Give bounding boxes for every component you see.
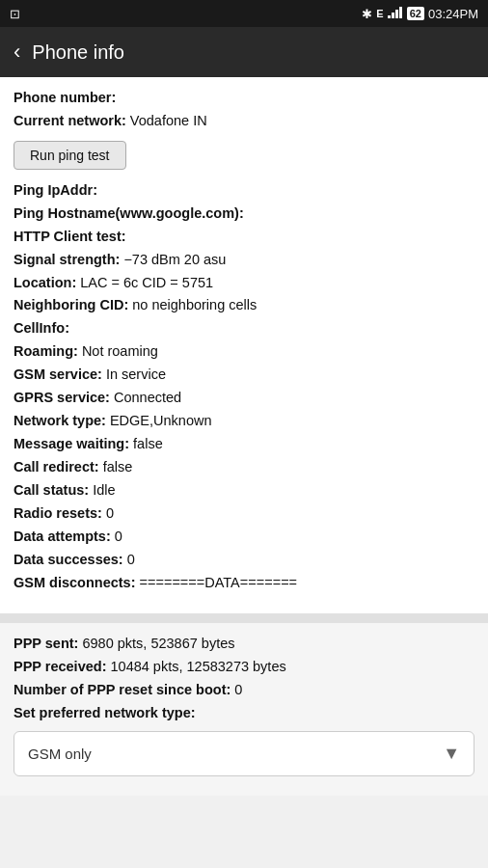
screenshot-icon: ⊡ bbox=[10, 7, 20, 21]
svg-rect-3 bbox=[399, 7, 402, 18]
info-label: CellInfo: bbox=[14, 320, 69, 336]
info-value: EDGE,Unknown bbox=[106, 413, 212, 428]
signal-icon bbox=[388, 7, 403, 21]
info-line: Neighboring CID: no neighboring cells bbox=[14, 294, 474, 317]
info-label: Message waiting: bbox=[14, 436, 129, 451]
status-right: ✱ E 62 03:24PM bbox=[362, 7, 478, 21]
info-label: Neighboring CID: bbox=[14, 297, 128, 312]
info-value: −73 dBm 20 asu bbox=[120, 252, 226, 267]
info-line: Ping Hostname(www.google.com): bbox=[14, 203, 474, 226]
bottom-info-value: 10484 pkts, 12583273 bytes bbox=[106, 659, 285, 674]
page-title: Phone info bbox=[32, 41, 124, 64]
bottom-info-line: Number of PPP reset since boot: 0 bbox=[14, 679, 474, 702]
status-left: ⊡ bbox=[10, 7, 20, 21]
bottom-lines: PPP sent: 6980 pkts, 523867 bytesPPP rec… bbox=[14, 633, 474, 725]
info-value: Not roaming bbox=[78, 343, 158, 359]
info-line: Data successes: 0 bbox=[14, 549, 474, 572]
info-label: GSM disconnects: bbox=[14, 575, 136, 590]
bottom-info-value: 0 bbox=[230, 682, 242, 697]
info-line: Call redirect: false bbox=[14, 456, 474, 479]
info-value: ========DATA======= bbox=[136, 575, 298, 590]
info-value: Idle bbox=[89, 482, 115, 498]
info-line: Data attempts: 0 bbox=[14, 526, 474, 549]
bottom-info-line: PPP sent: 6980 pkts, 523867 bytes bbox=[14, 633, 474, 656]
info-line: GSM service: In service bbox=[14, 364, 474, 387]
info-label: Signal strength: bbox=[14, 252, 120, 267]
info-label: GSM service: bbox=[14, 366, 102, 382]
bottom-info-line: PPP received: 10484 pkts, 12583273 bytes bbox=[14, 656, 474, 679]
title-bar: ‹ Phone info bbox=[0, 27, 488, 77]
info-label: Radio resets: bbox=[14, 505, 102, 521]
info-label: Data successes: bbox=[14, 552, 123, 567]
info-value: false bbox=[99, 459, 133, 475]
phone-number-label: Phone number: bbox=[14, 90, 116, 105]
battery-icon: 62 bbox=[407, 7, 424, 20]
bottom-info-label: Number of PPP reset since boot: bbox=[14, 682, 230, 697]
dropdown-selected-value: GSM only bbox=[28, 746, 92, 762]
info-line: Call status: Idle bbox=[14, 479, 474, 502]
main-content: Phone number: Current network: Vodafone … bbox=[0, 77, 488, 613]
svg-rect-1 bbox=[392, 13, 394, 18]
info-value: LAC = 6c CID = 5751 bbox=[76, 275, 213, 290]
info-line: Message waiting: false bbox=[14, 433, 474, 456]
info-label: Network type: bbox=[14, 413, 106, 428]
info-value: Connected bbox=[110, 390, 181, 405]
info-line: Radio resets: 0 bbox=[14, 502, 474, 526]
bottom-content: PPP sent: 6980 pkts, 523867 bytesPPP rec… bbox=[0, 623, 488, 796]
back-button[interactable]: ‹ bbox=[14, 40, 20, 65]
info-label: Data attempts: bbox=[14, 529, 111, 544]
info-value: 0 bbox=[123, 552, 135, 567]
info-label: HTTP Client test: bbox=[14, 229, 126, 244]
current-network-value-text: Vodafone IN bbox=[130, 113, 207, 128]
svg-rect-2 bbox=[395, 10, 398, 18]
info-line: Location: LAC = 6c CID = 5751 bbox=[14, 272, 474, 295]
time: 03:24PM bbox=[428, 7, 478, 21]
bottom-info-label: Set preferred network type: bbox=[14, 705, 196, 720]
info-label: Ping IpAddr: bbox=[14, 182, 97, 198]
info-label: Roaming: bbox=[14, 343, 78, 359]
info-line: Ping IpAddr: bbox=[14, 179, 474, 203]
info-label: Call redirect: bbox=[14, 459, 99, 475]
info-line: Signal strength: −73 dBm 20 asu bbox=[14, 249, 474, 272]
edge-icon: E bbox=[376, 8, 383, 19]
chevron-down-icon: ▼ bbox=[443, 744, 460, 764]
current-network-line: Current network: Vodafone IN bbox=[14, 110, 474, 133]
info-value: 0 bbox=[111, 529, 122, 544]
bluetooth-icon: ✱ bbox=[362, 7, 372, 21]
network-type-dropdown[interactable]: GSM only ▼ bbox=[14, 731, 474, 776]
bottom-info-label: PPP sent: bbox=[14, 636, 78, 651]
current-network-label: Current network: bbox=[14, 113, 126, 128]
info-label: Location: bbox=[14, 275, 76, 290]
bottom-info-label: PPP received: bbox=[14, 659, 106, 674]
status-bar: ⊡ ✱ E 62 03:24PM bbox=[0, 0, 488, 27]
run-ping-test-button[interactable]: Run ping test bbox=[14, 141, 126, 170]
phone-number-line: Phone number: bbox=[14, 87, 474, 110]
info-label: Ping Hostname(www.google.com): bbox=[14, 205, 244, 221]
info-label: GPRS service: bbox=[14, 390, 110, 405]
info-value: In service bbox=[102, 366, 166, 382]
info-line: Roaming: Not roaming bbox=[14, 340, 474, 364]
info-value: false bbox=[129, 436, 163, 451]
info-label: Call status: bbox=[14, 482, 89, 498]
info-line: GPRS service: Connected bbox=[14, 387, 474, 410]
bottom-info-value: 6980 pkts, 523867 bytes bbox=[78, 636, 234, 651]
info-value: 0 bbox=[102, 505, 114, 521]
info-line: Network type: EDGE,Unknown bbox=[14, 410, 474, 433]
info-line: HTTP Client test: bbox=[14, 226, 474, 249]
bottom-info-line: Set preferred network type: bbox=[14, 702, 474, 725]
svg-rect-0 bbox=[388, 15, 391, 18]
info-lines: Ping IpAddr:Ping Hostname(www.google.com… bbox=[14, 179, 474, 595]
info-line: GSM disconnects: ========DATA======= bbox=[14, 572, 474, 595]
info-line: CellInfo: bbox=[14, 317, 474, 340]
section-divider bbox=[0, 613, 488, 623]
info-value: no neighboring cells bbox=[128, 297, 257, 312]
